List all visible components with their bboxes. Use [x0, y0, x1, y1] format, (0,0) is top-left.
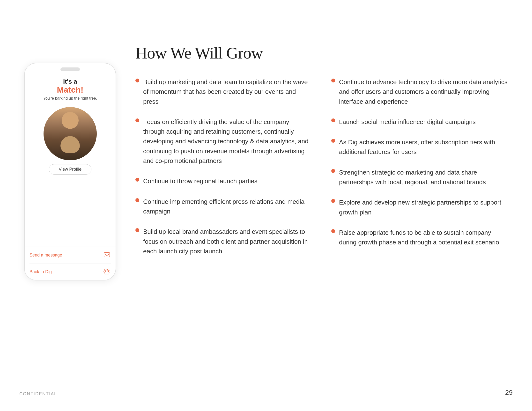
list-item: Continue to advance technology to drive … [331, 77, 508, 106]
view-profile-button[interactable]: View Profile [49, 164, 92, 175]
list-item: Launch social media influencer digital c… [331, 117, 508, 127]
phone-notch [60, 67, 80, 71]
confidential-label: CONFIDENTIAL [19, 392, 57, 396]
bullet-dot [135, 119, 139, 122]
page-number: 29 [505, 389, 513, 396]
right-bullet-text-3: As Dig achieves more users, offer subscr… [339, 137, 508, 157]
svg-point-2 [108, 269, 109, 271]
phone-bottom-actions: Send a message Back to Dig [25, 247, 116, 280]
bullet-dot [331, 229, 335, 233]
list-item: Strengthen strategic co-marketing and da… [331, 168, 508, 187]
right-bullet-text-4: Strengthen strategic co-marketing and da… [339, 168, 508, 187]
svg-rect-0 [104, 253, 110, 257]
profile-image [44, 107, 97, 160]
svg-point-1 [105, 269, 106, 271]
back-to-dig-label: Back to Dig [29, 269, 52, 274]
list-item: Build up local brand ambassadors and eve… [135, 227, 312, 256]
list-item: Build up marketing and data team to capi… [135, 77, 312, 106]
list-item: Explore and develop new strategic partne… [331, 197, 508, 217]
right-bullet-column: Continue to advance technology to drive … [331, 77, 508, 247]
left-bullet-column: Build up marketing and data team to capi… [135, 77, 312, 256]
bullet-dot [331, 79, 335, 83]
right-bullet-text-1: Continue to advance technology to drive … [339, 77, 508, 106]
message-icon [103, 251, 111, 259]
send-message-label: Send a message [29, 253, 62, 258]
person-silhouette [44, 107, 97, 160]
right-bullet-text-6: Raise appropriate funds to be able to su… [339, 228, 508, 247]
bullet-text-2: Focus on efficiently driving the value o… [143, 117, 312, 166]
match-text: Match! [43, 85, 97, 94]
list-item: Focus on efficiently driving the value o… [135, 117, 312, 166]
bullet-columns: Build up marketing and data team to capi… [135, 77, 508, 256]
bullet-text-1: Build up marketing and data team to capi… [143, 77, 312, 106]
content-area: How We Will Grow Build up marketing and … [135, 44, 508, 256]
back-to-dig-row[interactable]: Back to Dig [29, 263, 111, 280]
page-title: How We Will Grow [135, 44, 508, 63]
bullet-text-5: Build up local brand ambassadors and eve… [143, 227, 312, 256]
barking-text: You're barking up the right tree. [43, 96, 97, 101]
right-bullet-text-2: Launch social media influencer digital c… [339, 117, 476, 127]
right-bullet-text-5: Explore and develop new strategic partne… [339, 197, 508, 217]
bullet-dot [331, 169, 335, 173]
paw-icon [103, 268, 111, 276]
send-message-row[interactable]: Send a message [29, 247, 111, 263]
phone-content: It's a Match! You're barking up the righ… [25, 73, 116, 247]
bullet-dot [331, 199, 335, 203]
bullet-dot [135, 198, 139, 202]
phone-top-bar [25, 63, 116, 73]
bullet-dot [135, 79, 139, 83]
its-a-text: It's a [43, 78, 97, 85]
list-item: Continue implementing efficient press re… [135, 197, 312, 216]
phone-mockup: It's a Match! You're barking up the righ… [24, 63, 116, 280]
page: It's a Match! You're barking up the righ… [0, 0, 532, 411]
match-text-area: It's a Match! You're barking up the righ… [43, 78, 97, 101]
bullet-text-3: Continue to throw regional launch partie… [143, 176, 257, 186]
list-item: Continue to throw regional launch partie… [135, 176, 312, 186]
bullet-text-4: Continue implementing efficient press re… [143, 197, 312, 216]
list-item: As Dig achieves more users, offer subscr… [331, 137, 508, 157]
bullet-dot [135, 178, 139, 182]
bullet-dot [135, 228, 139, 232]
bullet-dot [331, 119, 335, 122]
list-item: Raise appropriate funds to be able to su… [331, 228, 508, 247]
bullet-dot [331, 139, 335, 143]
